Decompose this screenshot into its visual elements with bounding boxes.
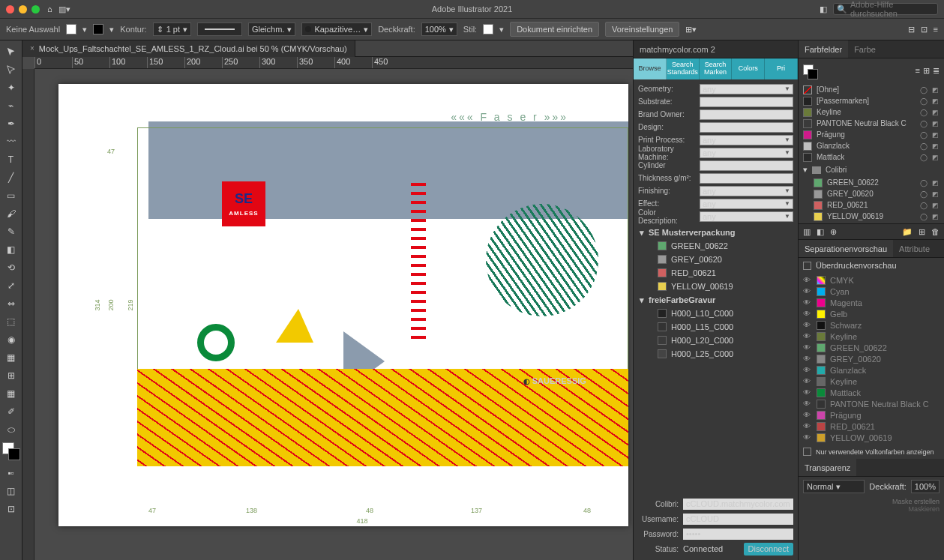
tree-color-item[interactable]: GREY_00620 [640,253,792,266]
visibility-icon[interactable]: 👁 [803,388,812,397]
new-swatch-icon[interactable]: ⊞ [919,227,925,237]
tree-color-item[interactable]: RED_00621 [640,266,792,280]
visibility-icon[interactable]: 👁 [803,422,812,431]
selection-tool[interactable] [2,43,20,60]
screen-mode[interactable]: ⊡ [2,501,20,517]
visibility-icon[interactable]: 👁 [803,298,812,307]
visibility-icon[interactable]: 👁 [803,287,812,296]
mmc-field-input[interactable] [700,109,793,120]
stroke-swatch[interactable] [93,24,103,34]
free-transform-tool[interactable]: ⬚ [2,313,20,330]
swatch-libraries-icon[interactable]: ▥ [803,227,811,237]
tree-group-header[interactable]: ▾SE Musterverpackung [640,226,792,239]
draw-mode[interactable]: ◫ [2,483,20,499]
separation-row[interactable]: 👁GREEN_00622 [799,342,944,353]
scale-tool[interactable]: ⤢ [2,277,20,294]
separation-row[interactable]: 👁Magenta [799,297,944,308]
stroke-weight[interactable]: ⇕ 1 pt ▾ [153,22,191,36]
share-icon[interactable]: ◧ [820,4,827,14]
mmc-tab-standards[interactable]: Search Standards [667,58,700,79]
stroke-dropdown[interactable]: ▾ [109,25,114,34]
home-icon[interactable]: ⌂ [47,4,52,13]
stepper-icon[interactable]: ⇕ [157,25,163,34]
opacity-field[interactable]: 100% [911,480,940,493]
blend-tool[interactable]: ⬭ [2,421,20,438]
username-field[interactable]: cCLOUD [683,514,793,525]
lasso-tool[interactable]: ⌁ [2,97,20,114]
gpu-icon[interactable]: ⊡ [921,25,928,34]
tree-color-item[interactable]: YELLOW_00619 [640,280,792,293]
paintbrush-tool[interactable]: 🖌 [2,205,20,222]
tree-color-item[interactable]: H000_L10_C000 [640,307,792,320]
separation-row[interactable]: 👁GREY_00620 [799,353,944,364]
stroke-profile[interactable] [197,22,242,36]
swatch-kind-icon[interactable]: ◧ [817,227,824,237]
mmc-field-input[interactable]: any▼ [700,211,793,222]
document-tab[interactable]: × Mock_Ups_Faltschachtel_SE_AMLESS_1_RZ_… [22,40,355,57]
close-window[interactable] [6,5,14,13]
separation-row[interactable]: 👁Prägung [799,409,944,421]
type-tool[interactable]: T [2,151,20,168]
eyedropper-tool[interactable]: ✐ [2,403,20,420]
mmc-tab-browse[interactable]: Browse [634,58,667,79]
shaper-tool[interactable]: ✎ [2,223,20,240]
arrange-icon[interactable]: ⊟ [908,25,915,34]
maximize-window[interactable] [31,5,40,13]
swatch-options-icon[interactable]: ⊕ [830,227,837,237]
fill-stroke-indicator[interactable] [2,442,20,460]
transparency-tab[interactable]: Transparenz [799,459,856,476]
blend-mode[interactable]: Normal▾ [803,480,865,493]
canvas[interactable]: 050100150200250300350400450 ««« F a s e … [22,57,633,560]
separation-row[interactable]: 👁RED_00621 [799,421,944,432]
opacity-value[interactable]: 100%▾ [421,22,457,36]
separation-row[interactable]: 👁Keyline [799,376,944,387]
mmc-tab-colors[interactable]: Colors [732,58,765,79]
visibility-icon[interactable]: 👁 [803,321,812,330]
separation-row[interactable]: 👁CMYK [799,274,944,286]
eraser-tool[interactable]: ◧ [2,241,20,258]
magic-wand-tool[interactable]: ✦ [2,79,20,96]
visibility-icon[interactable]: 👁 [803,276,812,285]
color-mode[interactable]: ▪▫ [2,465,20,481]
mmc-field-input[interactable] [700,173,793,184]
workspace-switcher[interactable]: ▥▾ [58,4,70,14]
width-tool[interactable]: ⇔ [2,295,20,312]
tree-color-item[interactable]: H000_L15_C000 [640,320,792,334]
preferences-button[interactable]: Voreinstellungen [605,22,679,37]
mmc-field-input[interactable]: any▼ [700,135,793,145]
swatch-row[interactable]: YELLOW_00619◯◩ [809,211,944,222]
mmc-tab-marken[interactable]: Search Marken [700,58,733,79]
document-setup-button[interactable]: Dokument einrichten [510,22,599,37]
fill-swatch[interactable] [66,24,76,34]
password-field[interactable]: ••••• [683,529,793,540]
mmc-field-input[interactable] [700,97,793,107]
separation-row[interactable]: 👁Cyan [799,286,944,297]
tree-color-item[interactable]: GREEN_00622 [640,239,792,253]
delete-swatch-icon[interactable]: 🗑 [931,227,940,236]
visibility-icon[interactable]: 👁 [803,343,812,352]
separation-row[interactable]: 👁YELLOW_00619 [799,432,944,443]
color-tab[interactable]: Farbe [848,40,882,58]
mesh-tool[interactable]: ⊞ [2,367,20,384]
separation-row[interactable]: 👁Schwarz [799,319,944,331]
colibri-field[interactable]: cCLOUD.matchmycolor.com [683,499,793,510]
mmc-tab-pri[interactable]: Pri [765,58,798,79]
separation-row[interactable]: 👁Gelb [799,308,944,319]
line-tool[interactable]: ╱ [2,169,20,186]
shape-builder-tool[interactable]: ◉ [2,331,20,348]
swatch-row[interactable]: [Passermarken]◯◩ [799,95,944,106]
close-tab-icon[interactable]: × [30,44,34,52]
separation-row[interactable]: 👁Glanzlack [799,364,944,376]
style-swatch[interactable] [483,24,493,34]
swatch-row[interactable]: [Ohne]◯◩ [799,84,944,95]
swatch-row[interactable]: Prägung◯◩ [799,129,944,140]
minimize-window[interactable] [19,5,27,13]
spotonly-checkbox[interactable] [803,448,811,456]
panel-menu-icon[interactable]: ≣ [933,66,940,76]
swatch-row[interactable]: PANTONE Neutral Black C◯◩ [799,118,944,129]
variable-width[interactable]: Kapazitive…▾ [301,22,372,36]
swatch-row[interactable]: GREEN_00622◯◩ [809,177,944,188]
separation-tab[interactable]: Separationenvorschau [799,240,893,257]
swatch-row[interactable]: Keyline◯◩ [799,106,944,118]
visibility-icon[interactable]: 👁 [803,433,812,442]
